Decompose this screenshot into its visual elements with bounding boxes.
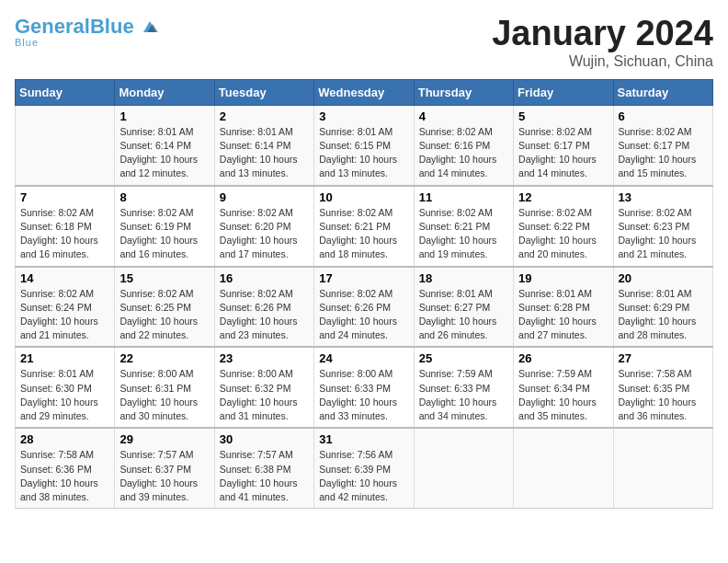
calendar-week-row: 7Sunrise: 8:02 AMSunset: 6:18 PMDaylight… bbox=[16, 186, 713, 267]
day-number: 21 bbox=[20, 351, 109, 365]
calendar-cell bbox=[514, 428, 613, 508]
day-info: Sunrise: 8:01 AMSunset: 6:28 PMDaylight:… bbox=[518, 287, 608, 343]
calendar-cell: 1Sunrise: 8:01 AMSunset: 6:14 PMDaylight… bbox=[115, 105, 214, 185]
day-info: Sunrise: 8:01 AMSunset: 6:27 PMDaylight:… bbox=[419, 287, 508, 343]
calendar-cell: 29Sunrise: 7:57 AMSunset: 6:37 PMDayligh… bbox=[115, 428, 214, 508]
day-info: Sunrise: 8:02 AMSunset: 6:24 PMDaylight:… bbox=[20, 287, 109, 343]
day-info: Sunrise: 8:02 AMSunset: 6:21 PMDaylight:… bbox=[319, 206, 408, 262]
day-number: 27 bbox=[619, 351, 708, 365]
day-info: Sunrise: 7:58 AMSunset: 6:35 PMDaylight:… bbox=[619, 367, 708, 423]
calendar-cell: 8Sunrise: 8:02 AMSunset: 6:19 PMDaylight… bbox=[115, 186, 214, 267]
logo-blue: Blue bbox=[90, 15, 134, 38]
calendar-cell: 9Sunrise: 8:02 AMSunset: 6:20 PMDaylight… bbox=[214, 186, 313, 267]
col-header-tuesday: Tuesday bbox=[214, 79, 313, 105]
day-info: Sunrise: 7:56 AMSunset: 6:39 PMDaylight:… bbox=[319, 448, 408, 504]
day-number: 31 bbox=[319, 432, 408, 446]
day-number: 24 bbox=[319, 351, 408, 365]
day-number: 12 bbox=[518, 190, 608, 204]
day-number: 13 bbox=[619, 190, 708, 204]
day-info: Sunrise: 8:00 AMSunset: 6:32 PMDaylight:… bbox=[220, 367, 309, 423]
day-number: 6 bbox=[619, 109, 708, 123]
col-header-thursday: Thursday bbox=[414, 79, 513, 105]
calendar-cell bbox=[613, 428, 712, 508]
calendar-week-row: 28Sunrise: 7:58 AMSunset: 6:36 PMDayligh… bbox=[16, 428, 713, 508]
day-number: 3 bbox=[319, 109, 408, 123]
calendar-cell: 6Sunrise: 8:02 AMSunset: 6:17 PMDaylight… bbox=[613, 105, 712, 185]
day-number: 26 bbox=[518, 351, 608, 365]
day-info: Sunrise: 8:01 AMSunset: 6:30 PMDaylight:… bbox=[20, 367, 109, 423]
day-number: 11 bbox=[419, 190, 508, 204]
day-info: Sunrise: 8:00 AMSunset: 6:31 PMDaylight:… bbox=[119, 367, 209, 423]
day-info: Sunrise: 8:01 AMSunset: 6:14 PMDaylight:… bbox=[119, 125, 209, 181]
day-number: 2 bbox=[220, 109, 309, 123]
calendar-cell: 2Sunrise: 8:01 AMSunset: 6:14 PMDaylight… bbox=[214, 105, 313, 185]
logo: GeneralBlue Blue bbox=[15, 15, 158, 48]
day-number: 14 bbox=[20, 271, 109, 285]
calendar-cell: 24Sunrise: 8:00 AMSunset: 6:33 PMDayligh… bbox=[314, 347, 414, 428]
day-number: 1 bbox=[119, 109, 209, 123]
calendar-cell: 20Sunrise: 8:01 AMSunset: 6:29 PMDayligh… bbox=[613, 267, 712, 348]
day-info: Sunrise: 8:02 AMSunset: 6:16 PMDaylight:… bbox=[419, 125, 508, 181]
col-header-saturday: Saturday bbox=[613, 79, 712, 105]
day-info: Sunrise: 8:01 AMSunset: 6:15 PMDaylight:… bbox=[319, 125, 408, 181]
calendar-cell: 12Sunrise: 8:02 AMSunset: 6:22 PMDayligh… bbox=[514, 186, 613, 267]
calendar-week-row: 1Sunrise: 8:01 AMSunset: 6:14 PMDaylight… bbox=[16, 105, 713, 185]
calendar-table: SundayMondayTuesdayWednesdayThursdayFrid… bbox=[15, 79, 713, 509]
calendar-cell: 5Sunrise: 8:02 AMSunset: 6:17 PMDaylight… bbox=[514, 105, 613, 185]
calendar-cell: 21Sunrise: 8:01 AMSunset: 6:30 PMDayligh… bbox=[16, 347, 115, 428]
calendar-title: January 2024 bbox=[492, 15, 713, 53]
calendar-cell: 14Sunrise: 8:02 AMSunset: 6:24 PMDayligh… bbox=[16, 267, 115, 348]
calendar-cell: 13Sunrise: 8:02 AMSunset: 6:23 PMDayligh… bbox=[613, 186, 712, 267]
day-info: Sunrise: 7:57 AMSunset: 6:37 PMDaylight:… bbox=[119, 448, 209, 504]
day-number: 28 bbox=[20, 432, 109, 446]
logo-general: General bbox=[15, 15, 90, 38]
day-number: 29 bbox=[119, 432, 209, 446]
logo-icon bbox=[142, 19, 158, 36]
calendar-cell: 18Sunrise: 8:01 AMSunset: 6:27 PMDayligh… bbox=[414, 267, 513, 348]
calendar-week-row: 21Sunrise: 8:01 AMSunset: 6:30 PMDayligh… bbox=[16, 347, 713, 428]
day-info: Sunrise: 8:02 AMSunset: 6:22 PMDaylight:… bbox=[518, 206, 608, 262]
calendar-cell: 22Sunrise: 8:00 AMSunset: 6:31 PMDayligh… bbox=[115, 347, 214, 428]
day-number: 19 bbox=[518, 271, 608, 285]
day-number: 15 bbox=[119, 271, 209, 285]
calendar-cell: 3Sunrise: 8:01 AMSunset: 6:15 PMDaylight… bbox=[314, 105, 414, 185]
day-info: Sunrise: 8:02 AMSunset: 6:26 PMDaylight:… bbox=[220, 287, 309, 343]
day-info: Sunrise: 7:58 AMSunset: 6:36 PMDaylight:… bbox=[20, 448, 109, 504]
day-info: Sunrise: 8:01 AMSunset: 6:14 PMDaylight:… bbox=[220, 125, 309, 181]
calendar-header-row: SundayMondayTuesdayWednesdayThursdayFrid… bbox=[16, 79, 713, 105]
day-info: Sunrise: 8:02 AMSunset: 6:21 PMDaylight:… bbox=[419, 206, 508, 262]
day-info: Sunrise: 8:02 AMSunset: 6:26 PMDaylight:… bbox=[319, 287, 408, 343]
calendar-cell: 19Sunrise: 8:01 AMSunset: 6:28 PMDayligh… bbox=[514, 267, 613, 348]
calendar-week-row: 14Sunrise: 8:02 AMSunset: 6:24 PMDayligh… bbox=[16, 267, 713, 348]
calendar-cell: 16Sunrise: 8:02 AMSunset: 6:26 PMDayligh… bbox=[214, 267, 313, 348]
day-number: 7 bbox=[20, 190, 109, 204]
day-number: 22 bbox=[119, 351, 209, 365]
calendar-cell: 25Sunrise: 7:59 AMSunset: 6:33 PMDayligh… bbox=[414, 347, 513, 428]
day-info: Sunrise: 7:59 AMSunset: 6:33 PMDaylight:… bbox=[419, 367, 508, 423]
calendar-cell: 4Sunrise: 8:02 AMSunset: 6:16 PMDaylight… bbox=[414, 105, 513, 185]
day-info: Sunrise: 7:59 AMSunset: 6:34 PMDaylight:… bbox=[518, 367, 608, 423]
day-number: 5 bbox=[518, 109, 608, 123]
col-header-wednesday: Wednesday bbox=[314, 79, 414, 105]
day-number: 9 bbox=[220, 190, 309, 204]
day-info: Sunrise: 8:02 AMSunset: 6:23 PMDaylight:… bbox=[619, 206, 708, 262]
day-number: 10 bbox=[319, 190, 408, 204]
col-header-sunday: Sunday bbox=[16, 79, 115, 105]
calendar-subtitle: Wujin, Sichuan, China bbox=[492, 53, 713, 70]
day-info: Sunrise: 8:02 AMSunset: 6:17 PMDaylight:… bbox=[619, 125, 708, 181]
day-info: Sunrise: 8:00 AMSunset: 6:33 PMDaylight:… bbox=[319, 367, 408, 423]
calendar-cell: 15Sunrise: 8:02 AMSunset: 6:25 PMDayligh… bbox=[115, 267, 214, 348]
day-info: Sunrise: 8:02 AMSunset: 6:18 PMDaylight:… bbox=[20, 206, 109, 262]
calendar-cell: 11Sunrise: 8:02 AMSunset: 6:21 PMDayligh… bbox=[414, 186, 513, 267]
day-info: Sunrise: 8:02 AMSunset: 6:20 PMDaylight:… bbox=[220, 206, 309, 262]
calendar-cell: 7Sunrise: 8:02 AMSunset: 6:18 PMDaylight… bbox=[16, 186, 115, 267]
day-number: 23 bbox=[220, 351, 309, 365]
calendar-cell: 10Sunrise: 8:02 AMSunset: 6:21 PMDayligh… bbox=[314, 186, 414, 267]
day-info: Sunrise: 8:01 AMSunset: 6:29 PMDaylight:… bbox=[619, 287, 708, 343]
calendar-cell: 26Sunrise: 7:59 AMSunset: 6:34 PMDayligh… bbox=[514, 347, 613, 428]
calendar-title-block: January 2024 Wujin, Sichuan, China bbox=[492, 15, 713, 70]
day-number: 30 bbox=[220, 432, 309, 446]
day-number: 8 bbox=[119, 190, 209, 204]
calendar-cell: 27Sunrise: 7:58 AMSunset: 6:35 PMDayligh… bbox=[613, 347, 712, 428]
day-number: 20 bbox=[619, 271, 708, 285]
